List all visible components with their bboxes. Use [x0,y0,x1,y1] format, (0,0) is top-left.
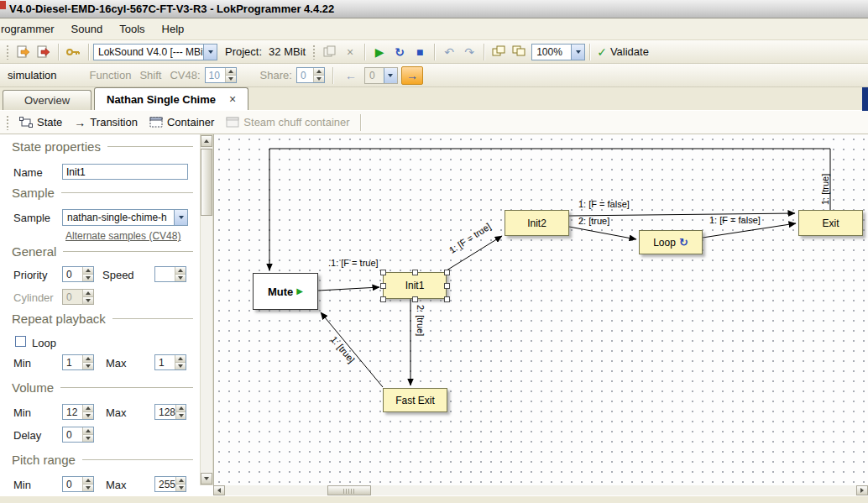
hscroll-thumb[interactable] [327,485,371,495]
menu-sound[interactable]: Sound [63,18,112,39]
validate-button[interactable]: ✓ Validate [594,43,651,61]
spin-down-icon[interactable] [226,75,236,82]
pitch-min-spinner[interactable]: 0 [62,476,94,492]
spin-up-icon[interactable] [175,267,186,274]
stop-button[interactable]: ■ [410,43,430,61]
spin-down-icon[interactable] [175,362,186,369]
name-input[interactable] [62,164,188,180]
scroll-up-button[interactable] [201,135,212,147]
add-steam-chuff-container-button[interactable]: Steam chuff container [220,113,355,133]
step-forward-button[interactable]: → [401,66,423,85]
state-fast-exit[interactable]: Fast Exit [383,388,447,412]
selection-handle[interactable] [444,296,450,302]
spin-down-icon[interactable] [83,274,93,281]
menu-tools[interactable]: Tools [111,18,153,39]
repeat-min-spinner[interactable]: 1 [62,354,94,370]
spin-up-icon[interactable] [314,68,324,75]
add-transition-button[interactable]: → Transition [68,113,144,133]
cylinder-spinner[interactable]: 0 [62,289,94,305]
spin-down-icon[interactable] [175,274,186,281]
loop-checkbox[interactable] [15,336,26,347]
cv48-spinner[interactable]: 10 [205,67,237,83]
repeat-max-spinner[interactable]: 1 [154,354,186,370]
pitch-max-spinner[interactable]: 255 [154,476,186,492]
read-data-button[interactable] [13,43,34,61]
selection-handle[interactable] [380,270,386,275]
transition-label[interactable]: 1: [F = false] [578,199,630,209]
spin-up-icon[interactable] [226,68,236,75]
share-spinner[interactable]: 0 [296,67,325,83]
scroll-left-button[interactable] [213,485,225,495]
vscroll-thumb[interactable] [201,149,212,216]
spin-up-icon[interactable] [83,355,93,362]
sidebar-scrollbar[interactable] [200,134,213,485]
dropdown-arrow-icon[interactable] [571,45,584,60]
scroll-down-button[interactable] [201,473,212,485]
toolbar-grip[interactable] [6,115,10,130]
redo-button[interactable]: ↷ [459,43,479,61]
menu-programmer[interactable]: rogrammer [0,18,63,39]
transition-line[interactable] [318,287,379,291]
toolbar-grip[interactable] [312,45,316,60]
dropdown-arrow-icon[interactable] [384,68,397,83]
hscroll-track[interactable] [225,485,856,495]
spin-down-icon[interactable] [83,434,93,442]
spin-up-icon[interactable] [176,405,186,411]
transition-label[interactable]: 1: [true] [820,174,830,205]
key-button[interactable] [63,43,84,61]
state-exit[interactable]: Exit [798,210,863,236]
priority-spinner[interactable]: 0 [62,266,94,282]
selection-handle[interactable] [412,296,418,302]
device-select[interactable]: LokSound V4.0 [--- MBit] [93,44,217,60]
refresh-button[interactable]: ↻ [390,43,410,61]
delete-button[interactable]: × [340,43,360,61]
transition-label[interactable]: .1: [F = true] [328,258,379,268]
state-diagram-canvas[interactable]: .1: [F = true] 1: [F = true] 1: [F = fal… [213,134,868,485]
add-state-button[interactable]: State [13,113,68,133]
spin-down-icon[interactable] [83,484,93,491]
simulation-mode-label[interactable]: simulation [6,69,57,81]
transition-line[interactable] [321,312,383,387]
spin-up-icon[interactable] [83,405,93,411]
transition-line[interactable] [569,227,636,239]
selection-handle[interactable] [412,270,418,275]
spin-up-icon[interactable] [83,290,93,296]
state-init2[interactable]: Init2 [505,210,569,236]
spin-down-icon[interactable] [314,75,324,82]
spin-down-icon[interactable] [83,362,93,369]
volume-min-spinner[interactable]: 12 [62,404,94,420]
speed-spinner[interactable] [154,266,186,282]
volume-max-spinner[interactable]: 128 [154,404,186,420]
step-back-button[interactable]: ← [341,66,361,85]
transition-label[interactable]: 1: [F = false] [709,215,761,225]
spin-down-icon[interactable] [176,411,186,419]
transition-label[interactable]: 2: [true] [416,305,426,336]
delay-spinner[interactable]: 0 [62,427,94,443]
dropdown-arrow-icon[interactable] [203,45,217,60]
zoom-select[interactable]: 100% [531,44,585,60]
scroll-right-button[interactable] [856,485,868,495]
play-button[interactable]: ▶ [369,43,390,61]
copy-button[interactable] [320,43,340,61]
selection-handle[interactable] [380,283,386,289]
canvas-horizontal-scrollbar[interactable] [213,485,868,495]
step-select[interactable]: 0 [364,67,398,84]
menu-help[interactable]: Help [154,18,193,39]
dropdown-arrow-icon[interactable] [174,210,187,225]
state-init1[interactable]: Init1 [383,272,447,299]
toolbar-grip[interactable] [6,45,10,60]
zoom-in-button[interactable] [509,43,529,61]
tab-overview[interactable]: Overview [3,90,92,110]
undo-button[interactable]: ↶ [439,43,459,61]
title-bar[interactable]: V4.0-Diesel-EMD-16cyl-567C-FT-V3-R3 - Lo… [0,0,868,18]
transition-line[interactable] [703,223,796,238]
selection-handle[interactable] [444,270,450,275]
alternate-samples-link[interactable]: Alternate samples (CV48) [65,230,180,242]
spin-up-icon[interactable] [83,267,93,274]
spin-down-icon[interactable] [83,296,93,304]
tab-nathan-single-chime[interactable]: Nathan Single Chime × [94,87,248,110]
spin-up-icon[interactable] [83,427,93,434]
state-mute[interactable]: Mute ▶ [253,273,318,310]
write-data-button[interactable] [34,43,54,61]
spin-up-icon[interactable] [83,477,93,484]
